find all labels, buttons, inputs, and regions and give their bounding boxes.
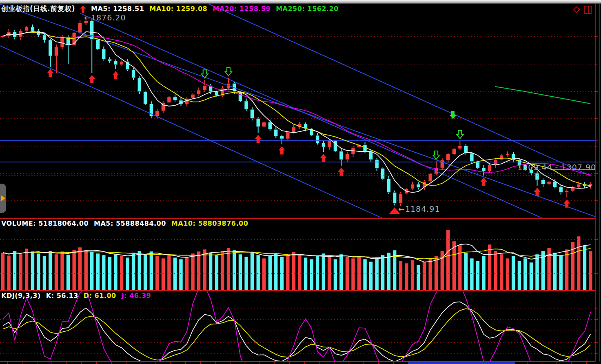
low-price-annotation: ←1184.91 [398,204,440,213]
horizontal-scrollbar-thumb[interactable] [408,362,515,364]
kdj-d-label: D: 61.00 [84,292,116,300]
ma10-label: MA10: 1259.08 [149,5,207,13]
kdj-panel-header: KDJ(9,3,3) K: 56.13 D: 61.00 J: 46.39 [1,292,151,300]
ma5-label: MA5: 1258.51 [91,5,144,13]
expand-arrow-icon [1,195,5,201]
volume-ma10-label: MA10: 58803876.00 [171,220,248,227]
chart-canvas[interactable] [0,0,601,364]
split-view-icon[interactable] [584,5,592,14]
peak-price-annotation: ←1876.20 [84,13,126,22]
main-chart-header: 创业板指(日线.前复权) MA5: 1258.51 MA10: 1259.08 … [1,4,339,13]
range-price-annotation: 1309.44 - 1307.90 [517,163,596,172]
volume-ma5-label: MA5: 55888484.00 [94,220,166,227]
kdj-j-label: J: 46.39 [122,292,151,300]
volume-panel-header: VOLUME: 51818064.00 MA5: 55888484.00 MA1… [1,220,248,227]
kdj-title-label: KDJ(9,3,3) [1,292,41,300]
ma250-label: MA250: 1562.20 [276,5,339,13]
sidebar-expand-handle[interactable] [0,184,6,213]
diamond-icon[interactable] [572,5,581,14]
window-titlebar-strip [0,0,601,4]
up-arrow-icon [80,5,86,13]
corner-toolbar [572,5,592,14]
trading-app-window: 创业板指(日线.前复权) MA5: 1258.51 MA10: 1259.08 … [0,0,601,364]
ma20-label: MA20: 1258.59 [213,5,271,13]
kdj-k-label: K: 56.13 [46,292,78,300]
volume-value-label: VOLUME: 51818064.00 [1,220,89,227]
instrument-title: 创业板指(日线.前复权) [1,4,75,13]
